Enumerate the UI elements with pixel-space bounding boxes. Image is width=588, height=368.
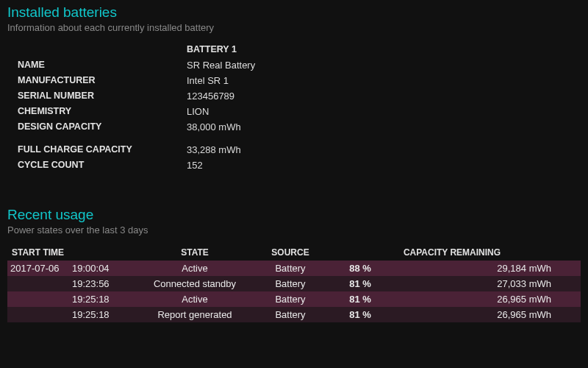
- usage-source: Battery: [257, 261, 323, 276]
- usage-row: 19:25:18 Active Battery 81 % 26,965 mWh: [7, 291, 581, 307]
- recent-usage-subtitle: Power states over the last 3 days: [7, 224, 581, 236]
- usage-source: Battery: [257, 276, 323, 291]
- usage-capacity-mwh: 29,184 mWh: [397, 261, 581, 276]
- usage-capacity-pct: 81 %: [323, 307, 397, 322]
- installed-batteries-subtitle: Information about each currently install…: [7, 22, 581, 33]
- battery-field-value: SR Real Battery: [187, 57, 261, 73]
- recent-usage-title: Recent usage: [7, 207, 581, 223]
- battery-field-value: 123456789: [187, 88, 261, 104]
- usage-time: 19:23:56: [72, 278, 123, 289]
- usage-state: Active: [132, 291, 257, 307]
- battery-field-value: 38,000 mWh: [187, 119, 261, 135]
- battery-field-label: SERIAL NUMBER: [18, 88, 187, 104]
- installed-batteries-title: Installed batteries: [7, 4, 581, 21]
- battery-field-label: NAME: [18, 57, 187, 73]
- battery-column-header: BATTERY 1: [187, 42, 261, 57]
- usage-date: 2017-07-06: [10, 263, 72, 274]
- battery-field-value: LION: [187, 104, 261, 119]
- usage-header-start: START TIME: [7, 244, 132, 261]
- usage-source: Battery: [257, 291, 323, 307]
- usage-time: 19:00:04: [72, 263, 123, 274]
- battery-field-label: FULL CHARGE CAPACITY: [18, 142, 187, 158]
- usage-state: Connected standby: [132, 276, 257, 291]
- usage-capacity-pct: 81 %: [323, 291, 397, 307]
- usage-source: Battery: [257, 307, 323, 322]
- usage-capacity-mwh: 27,033 mWh: [397, 276, 581, 291]
- usage-time: 19:25:18: [72, 309, 123, 320]
- usage-capacity-mwh: 26,965 mWh: [397, 307, 581, 322]
- usage-row: 19:23:56 Connected standby Battery 81 % …: [7, 276, 581, 291]
- usage-state: Report generated: [132, 307, 257, 322]
- battery-field-label: CHEMISTRY: [18, 104, 187, 119]
- battery-field-label: CYCLE COUNT: [18, 158, 187, 173]
- usage-row: 19:25:18 Report generated Battery 81 % 2…: [7, 307, 581, 322]
- recent-usage-table: START TIME STATE SOURCE CAPACITY REMAINI…: [7, 244, 581, 322]
- battery-field-label: DESIGN CAPACITY: [18, 119, 187, 135]
- battery-field-value: Intel SR 1: [187, 73, 261, 88]
- battery-info-table: BATTERY 1 NAMESR Real Battery MANUFACTUR…: [18, 42, 261, 173]
- battery-field-value: 152: [187, 158, 261, 173]
- usage-header-capacity: CAPACITY REMAINING: [323, 244, 581, 261]
- usage-time: 19:25:18: [72, 294, 123, 305]
- battery-field-value: 33,288 mWh: [187, 142, 261, 158]
- usage-capacity-pct: 88 %: [323, 261, 397, 276]
- usage-header-source: SOURCE: [257, 244, 323, 261]
- usage-row: 2017-07-0619:00:04 Active Battery 88 % 2…: [7, 261, 581, 276]
- usage-state: Active: [132, 261, 257, 276]
- usage-capacity-mwh: 26,965 mWh: [397, 291, 581, 307]
- usage-capacity-pct: 81 %: [323, 276, 397, 291]
- usage-header-state: STATE: [132, 244, 257, 261]
- battery-field-label: MANUFACTURER: [18, 73, 187, 88]
